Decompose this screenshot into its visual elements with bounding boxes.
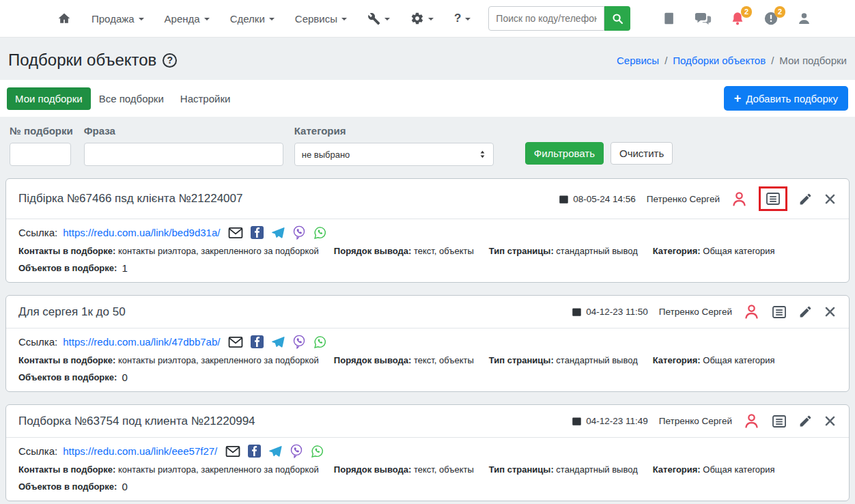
tab-settings[interactable]: Настройки: [172, 87, 239, 110]
owner-person-icon[interactable]: [743, 412, 760, 430]
filter-phrase-label: Фраза: [84, 125, 283, 137]
page-type-label: Тип страницы:: [489, 464, 554, 475]
link-label: Ссылка:: [18, 336, 57, 348]
card-meta: 04-12-23 11:50 Петренко Сергей: [572, 303, 837, 320]
notifications-bell-icon[interactable]: 2: [730, 11, 745, 27]
contacts-label: Контакты в подборке:: [18, 464, 115, 475]
viber-icon[interactable]: [292, 335, 306, 349]
facebook-icon[interactable]: [251, 226, 264, 239]
selection-date-text: 08-05-24 14:56: [573, 194, 636, 204]
page-type-value: стандартный вывод: [556, 355, 637, 365]
delete-x-icon[interactable]: [824, 193, 837, 206]
facebook-icon[interactable]: [248, 445, 261, 458]
whatsapp-icon[interactable]: [313, 226, 327, 240]
page-header: Подборки объектов ? Сервисы / Подборки о…: [0, 38, 855, 80]
search-icon: [612, 13, 623, 25]
filter-number-label: № подборки: [10, 125, 73, 137]
journal-icon[interactable]: [662, 11, 676, 26]
profile-icon[interactable]: [797, 11, 811, 26]
category-label: Категория:: [653, 246, 701, 256]
tabs-bar: Мои подборки Все подборки Настройки + До…: [0, 80, 855, 117]
facebook-icon[interactable]: [251, 335, 264, 348]
delete-x-icon[interactable]: [824, 415, 837, 428]
objects-count-row: Объектов в подборке: 1: [18, 262, 837, 274]
menu-services[interactable]: Сервисы: [295, 13, 347, 25]
filter-submit-button[interactable]: Фильтровать: [525, 142, 604, 165]
filter-number-input[interactable]: [10, 143, 71, 166]
search-button[interactable]: [604, 6, 630, 31]
breadcrumb-services[interactable]: Сервисы: [617, 55, 659, 66]
card-header: Для сергея 1к до 50 04-12-23 11:50 Петре…: [6, 296, 849, 328]
menu-rent[interactable]: Аренда: [165, 13, 210, 25]
page-type-property: Тип страницы: стандартный вывод: [489, 464, 638, 475]
tools-menu[interactable]: [367, 12, 390, 25]
tab-all-selections[interactable]: Все подборки: [91, 87, 172, 110]
filter-clear-button[interactable]: Очистить: [611, 142, 673, 165]
filter-phrase-input[interactable]: [84, 143, 283, 166]
email-icon[interactable]: [228, 336, 243, 348]
category-select-value: не выбрано: [302, 150, 350, 160]
objects-count-label: Объектов в подборке:: [18, 372, 117, 382]
selection-date-text: 04-12-23 11:50: [586, 307, 648, 317]
contacts-value: контакты риэлтора, закрепленного за подб…: [118, 355, 319, 365]
viber-icon[interactable]: [290, 444, 303, 458]
filter-number-field: № подборки: [10, 125, 73, 166]
objects-list-icon[interactable]: [771, 413, 787, 430]
selection-url[interactable]: https://redu.com.ua/link/bed9d31a/: [63, 227, 220, 238]
home-icon: [57, 12, 71, 25]
alerts-icon[interactable]: 2: [763, 11, 779, 26]
page-type-property: Тип страницы: стандартный вывод: [489, 355, 638, 365]
edit-pencil-icon[interactable]: [798, 305, 813, 319]
card-header: Підбірка №67466 пsд клієнта №21224007 08…: [6, 179, 849, 219]
link-row: Ссылка: https://redu.com.ua/link/bed9d31…: [18, 225, 837, 240]
search-input[interactable]: [488, 6, 604, 31]
objects-list-icon[interactable]: [765, 191, 781, 207]
menu-sale[interactable]: Продажа: [92, 13, 144, 25]
settings-menu[interactable]: [410, 12, 434, 25]
help-menu[interactable]: ?: [454, 12, 471, 25]
owner-person-icon[interactable]: [731, 191, 748, 208]
objects-list-icon[interactable]: [771, 304, 787, 320]
notifications-badge: 2: [741, 6, 752, 18]
edit-pencil-icon[interactable]: [798, 414, 813, 428]
breadcrumb-separator: /: [771, 55, 774, 66]
page-help-icon[interactable]: ?: [163, 53, 177, 68]
category-value: Общая категория: [703, 355, 774, 365]
menu-services-label: Сервисы: [295, 13, 337, 25]
breadcrumb-current: Мои подборки: [779, 55, 847, 66]
edit-pencil-icon[interactable]: [798, 192, 813, 206]
whatsapp-icon[interactable]: [311, 445, 324, 458]
select-arrows-icon: [479, 150, 486, 159]
whatsapp-icon[interactable]: [313, 335, 327, 349]
owner-person-icon[interactable]: [743, 303, 760, 320]
selection-url[interactable]: https://redu.com.ua/link/47dbb7ab/: [63, 336, 220, 348]
category-value: Общая категория: [703, 464, 774, 475]
home-button[interactable]: [57, 12, 71, 25]
email-icon[interactable]: [228, 227, 243, 239]
telegram-icon[interactable]: [271, 336, 285, 348]
tab-my-selections[interactable]: Мои подборки: [7, 87, 91, 110]
telegram-icon[interactable]: [271, 227, 285, 239]
delete-x-icon[interactable]: [824, 305, 837, 318]
telegram-icon[interactable]: [268, 445, 282, 458]
email-icon[interactable]: [225, 445, 240, 458]
menu-deals[interactable]: Сделки: [230, 13, 275, 25]
filter-category-field: Категория не выбрано: [294, 125, 494, 166]
calendar-icon: [572, 307, 582, 317]
objects-count-value: 0: [122, 372, 127, 383]
menu-sale-label: Продажа: [92, 13, 135, 25]
page-title-text: Подборки объектов: [8, 51, 156, 70]
breadcrumb-selections[interactable]: Подборки объектов: [673, 55, 766, 66]
contacts-value: контакты риэлтора, закрепленного за подб…: [118, 246, 319, 256]
selection-url[interactable]: https://redu.com.ua/link/eee57f27/: [63, 445, 217, 457]
viber-icon[interactable]: [292, 225, 306, 240]
messages-icon[interactable]: [695, 11, 712, 26]
page-type-value: стандартный вывод: [556, 246, 637, 256]
category-select[interactable]: не выбрано: [294, 143, 494, 166]
breadcrumb-separator: /: [664, 55, 667, 66]
main-menu: Продажа Аренда Сделки Сервисы: [57, 12, 471, 25]
link-row: Ссылка: https://redu.com.ua/link/eee57f2…: [18, 444, 837, 458]
contacts-property: Контакты в подборке: контакты риэлтора, …: [18, 464, 319, 475]
add-selection-button[interactable]: + Добавить подборку: [724, 86, 848, 111]
category-property: Категория: Общая категория: [653, 355, 775, 365]
